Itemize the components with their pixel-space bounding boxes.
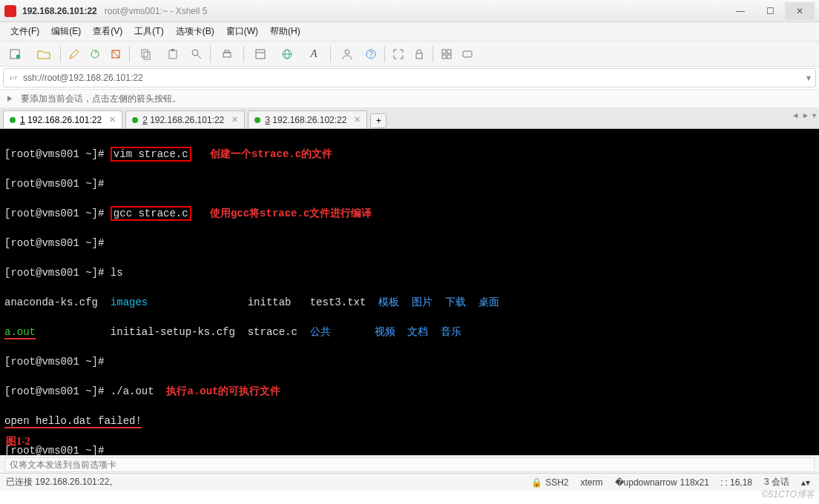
info-bar: 要添加当前会话，点击左侧的箭头按钮。 <box>0 89 819 108</box>
tab-close-icon[interactable]: ✕ <box>109 115 116 125</box>
new-session-icon[interactable] <box>4 44 30 64</box>
status-updown-icon[interactable]: ▴▾ <box>801 477 810 488</box>
svg-rect-23 <box>447 50 451 53</box>
svg-rect-6 <box>144 52 150 59</box>
properties-icon[interactable] <box>248 44 273 64</box>
help-icon[interactable]: ? <box>361 44 381 64</box>
svg-rect-12 <box>225 50 229 53</box>
svg-rect-22 <box>442 50 446 53</box>
fullscreen-icon[interactable] <box>389 44 408 64</box>
font-icon[interactable]: A <box>301 44 326 64</box>
maximize-button[interactable]: ☐ <box>755 2 785 20</box>
window-title-sub: root@vms001:~ - Xshell 5 <box>105 6 208 16</box>
status-termtype: xterm <box>581 477 603 488</box>
tab-strip: 1 192.168.26.101:22 ✕ 2 192.168.26.101:2… <box>0 108 819 129</box>
tab-3[interactable]: 3 192.168.26.102:22 ✕ <box>248 110 367 128</box>
svg-rect-24 <box>442 55 446 59</box>
tab-status-dot-icon <box>132 117 138 123</box>
tab-status-dot-icon <box>10 117 16 123</box>
tab-next-icon[interactable]: ► <box>802 111 809 119</box>
globe-icon[interactable] <box>274 44 300 64</box>
svg-line-10 <box>197 55 201 59</box>
status-size: �updownarrow 118x21 <box>615 477 709 488</box>
paste-icon[interactable] <box>160 44 185 64</box>
tab-list-icon[interactable]: ▾ <box>812 111 816 119</box>
edit-icon[interactable] <box>65 44 84 64</box>
svg-rect-7 <box>169 50 177 59</box>
menu-tools[interactable]: 工具(T) <box>130 24 168 39</box>
svg-rect-1 <box>16 55 20 59</box>
minimize-button[interactable]: — <box>726 2 755 20</box>
app-icon <box>4 5 16 17</box>
svg-rect-21 <box>416 53 422 59</box>
new-tab-button[interactable]: + <box>370 113 387 128</box>
svg-rect-13 <box>256 50 265 59</box>
svg-point-9 <box>192 50 198 56</box>
tab-close-icon[interactable]: ✕ <box>231 115 238 125</box>
svg-rect-8 <box>171 49 174 51</box>
open-session-icon[interactable] <box>31 44 56 64</box>
tab-1[interactable]: 1 192.168.26.101:22 ✕ <box>3 110 122 128</box>
terminal-output[interactable]: [root@vms001 ~]# vim strace.c 创建一个strace… <box>0 129 819 455</box>
menubar: 文件(F) 编辑(E) 查看(V) 工具(T) 选项卡(B) 窗口(W) 帮助(… <box>0 22 819 42</box>
print-icon[interactable] <box>214 44 240 64</box>
svg-point-18 <box>345 50 349 54</box>
svg-rect-11 <box>223 53 231 57</box>
tab-prev-icon[interactable]: ◄ <box>792 111 799 119</box>
search-icon[interactable] <box>187 44 206 64</box>
tab-status-dot-icon <box>254 117 260 123</box>
address-bar[interactable]: ssh://root@192.168.26.101:22 ▾ <box>3 68 816 87</box>
address-text: ssh://root@192.168.26.101:22 <box>23 73 143 83</box>
window-title-main: 192.168.26.101:22 <box>22 6 97 16</box>
info-text: 要添加当前会话，点击左侧的箭头按钮。 <box>21 93 181 105</box>
menu-tabs[interactable]: 选项卡(B) <box>171 24 219 39</box>
tile-icon[interactable] <box>437 44 456 64</box>
disconnect-icon[interactable] <box>106 44 125 64</box>
status-bar: 已连接 192.168.26.101:22。 🔒SSH2 xterm �updo… <box>0 473 819 491</box>
lock-small-icon: 🔒 <box>531 477 542 488</box>
svg-line-4 <box>113 51 119 57</box>
tab-navigation: ◄ ► ▾ <box>792 111 816 119</box>
close-button[interactable]: ✕ <box>785 2 815 20</box>
menu-help[interactable]: 帮助(H) <box>266 24 305 39</box>
add-session-arrow-icon[interactable] <box>4 93 16 105</box>
status-protocol: 🔒SSH2 <box>531 477 568 488</box>
svg-text:?: ? <box>369 50 373 59</box>
menu-window[interactable]: 窗口(W) <box>222 24 263 39</box>
status-sessions: 3 会话 <box>764 476 789 488</box>
svg-point-2 <box>91 50 99 58</box>
figure-label: 图1-2 <box>6 434 30 449</box>
status-connection: 已连接 192.168.26.101:22。 <box>6 476 118 488</box>
window-titlebar: 192.168.26.101:22 root@vms001:~ - Xshell… <box>0 0 819 22</box>
menu-file[interactable]: 文件(F) <box>6 24 44 39</box>
status-cursor-pos: ⸬ 16,18 <box>721 477 752 488</box>
compose-input[interactable] <box>4 457 815 472</box>
link-icon <box>8 73 19 83</box>
reconnect-icon[interactable] <box>85 44 105 64</box>
lock-icon[interactable] <box>410 44 429 64</box>
address-dropdown-icon[interactable]: ▾ <box>806 73 811 83</box>
tab-2[interactable]: 2 192.168.26.101:22 ✕ <box>125 110 245 128</box>
menu-view[interactable]: 查看(V) <box>88 24 127 39</box>
watermark: ©51CTO博客 <box>762 488 815 501</box>
user-icon[interactable] <box>335 44 360 64</box>
svg-rect-5 <box>142 50 148 57</box>
compose-bar <box>0 455 819 473</box>
toolbar: A ? <box>0 42 819 67</box>
svg-rect-25 <box>447 55 451 59</box>
tab-close-icon[interactable]: ✕ <box>354 115 361 125</box>
copy-icon[interactable] <box>134 44 159 64</box>
menu-edit[interactable]: 编辑(E) <box>47 24 85 39</box>
compose-bar-icon[interactable] <box>458 44 477 64</box>
svg-rect-26 <box>463 51 472 57</box>
